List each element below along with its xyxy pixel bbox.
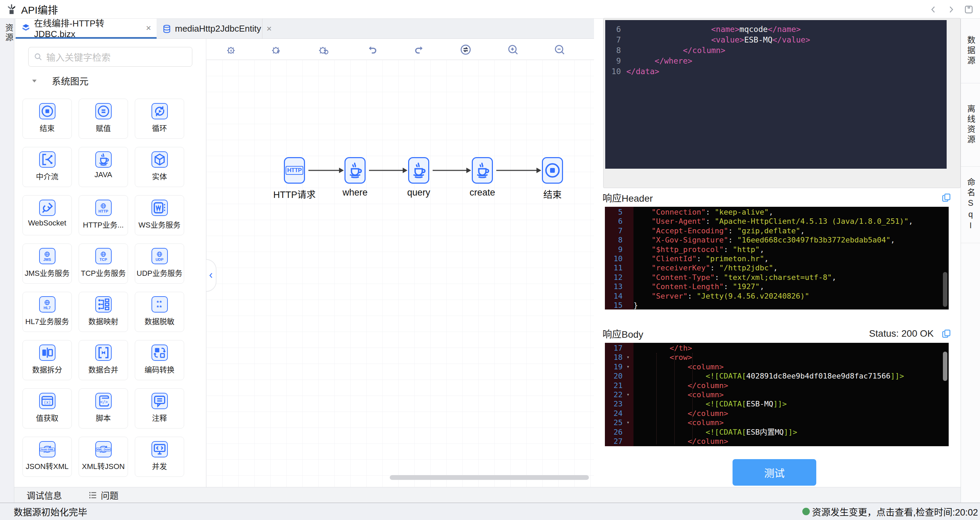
palette-tile[interactable]: 赋值: [79, 98, 128, 139]
resource-change-notice[interactable]: 资源发生变更，点击查看,检查时间:20:02: [802, 505, 978, 518]
palette-tile-icon: UDP: [151, 248, 168, 264]
palette-tile[interactable]: JMS JMS业务服务: [22, 244, 72, 284]
code-line: 19▾<column>: [605, 362, 949, 371]
tab-datasource[interactable]: 数据源: [961, 19, 980, 83]
app-logo-icon: [5, 3, 18, 15]
flow-node-2[interactable]: [408, 157, 429, 184]
green-dot-icon: [802, 508, 810, 515]
code-line: 8"X-Gov-Signature": "16eed668cc30497fb3b…: [605, 235, 949, 244]
search-placeholder: 输入关键字检索: [46, 50, 111, 63]
tab-issues[interactable]: 问题: [88, 489, 118, 501]
response-xml-code[interactable]: 6<name>mqcode</name>7<value>ESB-MQ</valu…: [605, 20, 947, 169]
database-icon: [162, 24, 172, 34]
palette-tile-label: 结束: [40, 122, 54, 133]
palette-tile[interactable]: XML-Json XML转JSON: [79, 437, 128, 477]
palette-tile-icon: [151, 441, 168, 457]
palette-tile-icon: TCP: [95, 248, 111, 264]
palette-tile[interactable]: 数据拆分: [22, 340, 72, 380]
palette-collapse-handle[interactable]: [206, 259, 216, 292]
copy-icon[interactable]: [941, 328, 951, 339]
search-input[interactable]: 输入关键字检索: [28, 47, 192, 67]
close-icon[interactable]: ×: [267, 24, 272, 34]
palette-tile[interactable]: 数据合并: [79, 340, 128, 380]
debug-run-icon[interactable]: [225, 43, 238, 56]
flow-node-label: HTTP请求: [260, 187, 328, 201]
copy-icon[interactable]: [941, 192, 951, 203]
palette-tile[interactable]: 中介流: [22, 147, 72, 187]
zoom-in-icon[interactable]: [506, 43, 519, 56]
scrollbar-thumb[interactable]: [943, 352, 947, 381]
palette-tile[interactable]: 注释: [135, 388, 184, 428]
list-icon: [88, 490, 97, 500]
palette-tile[interactable]: JAVA: [79, 147, 128, 187]
flow-node-3[interactable]: [472, 157, 493, 184]
flow-node-4[interactable]: [542, 157, 563, 184]
palette-tile-label: JMS业务服务: [24, 267, 70, 278]
undo-icon[interactable]: [366, 43, 379, 56]
palette-tile[interactable]: Json-XML JSON转XML: [22, 437, 72, 477]
palette-tile[interactable]: 循环: [135, 98, 184, 139]
palette-section-header[interactable]: 系统图元: [31, 74, 89, 87]
tab-media-entity[interactable]: mediaHttp2JdbcEntity ×: [157, 19, 262, 39]
code-line: 10"ClientId": "primeton.hr",: [605, 254, 949, 263]
palette-tile-icon: [151, 344, 168, 361]
palette-tile[interactable]: 并发: [135, 437, 184, 477]
code-line: 6<name>mqcode</name>: [605, 24, 947, 35]
palette-tile-label: JAVA: [95, 170, 112, 179]
zoom-out-icon[interactable]: [553, 43, 566, 56]
palette-tile-label: HTTP业务...: [83, 219, 124, 230]
code-line: 12"Content-Type": "text/xml;charset=utf-…: [605, 273, 949, 282]
code-line: 9</where>: [605, 56, 947, 66]
canvas-grid[interactable]: [206, 60, 594, 487]
flow-node-1[interactable]: [344, 157, 366, 184]
canvas-horizontal-scrollbar[interactable]: [390, 475, 589, 480]
palette-tile-icon: [151, 103, 168, 119]
palette-tile-label: UDP业务服务: [137, 267, 182, 278]
tab-offline-resource[interactable]: 离线资源: [961, 83, 980, 166]
palette-tile-label: 数据合并: [88, 363, 118, 374]
redo-icon[interactable]: [413, 43, 426, 56]
palette-tile-icon: [151, 393, 168, 409]
tab-label: 在线编排-HTTP转JDBC.bizx: [34, 16, 141, 40]
debug-restart-icon[interactable]: [317, 43, 330, 56]
resource-rail-label[interactable]: 资源: [3, 24, 14, 43]
palette-tile[interactable]: 结束: [22, 98, 72, 139]
code-line: 25▾<column>: [605, 418, 949, 427]
palette-tile-label: 编码转换: [144, 363, 174, 374]
palette-tile[interactable]: HTTP HTTP业务...: [79, 195, 128, 235]
palette-tile-label: 数据拆分: [32, 363, 62, 374]
code-line: 8</column>: [605, 45, 947, 56]
palette-tile[interactable]: UDP UDP业务服务: [135, 244, 184, 284]
switch-icon[interactable]: [459, 43, 472, 56]
header-action-icon[interactable]: [946, 5, 956, 14]
tab-named-sql[interactable]: 命名Sql: [961, 166, 980, 243]
palette-tile-grid: 结束 赋值 循环 中介流 JAVA 实体: [22, 98, 198, 477]
header-action-icon[interactable]: [928, 5, 939, 14]
flow-canvas[interactable]: HTTPHTTP请求wherequerycreate结束: [206, 39, 594, 487]
tab-online-orchestration[interactable]: 在线编排-HTTP转JDBC.bizx ×: [16, 19, 157, 39]
test-button[interactable]: 测试: [733, 459, 816, 486]
palette-tile[interactable]: 编码转换: [135, 340, 184, 380]
palette-tile[interactable]: HL7 HL7业务服务: [22, 292, 72, 332]
header-action-icon[interactable]: [964, 5, 974, 14]
palette-tile[interactable]: WebSocket: [22, 195, 72, 235]
code-line: 6"User-Agent": "Apache-HttpClient/4.5.13…: [605, 217, 949, 226]
palette-tile[interactable]: 实体: [135, 147, 184, 187]
response-header-code[interactable]: 5"Connection": "keep-alive",6"User-Agent…: [605, 207, 949, 309]
flow-node-0[interactable]: HTTP: [284, 157, 305, 184]
palette-tile[interactable]: WS业务服务: [135, 195, 184, 235]
tab-debug-info[interactable]: 调试信息: [27, 489, 62, 501]
palette-tile[interactable]: </> 脚本: [79, 388, 128, 428]
palette-tile[interactable]: 数据映射: [79, 292, 128, 332]
debug-start-icon[interactable]: [270, 43, 283, 56]
code-line: 22▾<column>: [605, 390, 949, 399]
scrollbar-thumb[interactable]: [943, 272, 947, 307]
response-body-code[interactable]: 17</th>18▾<row>19▾<column>20<![CDATA[402…: [605, 343, 949, 446]
palette-tile[interactable]: (x) 值获取: [22, 388, 72, 428]
palette-tile[interactable]: TCP TCP业务服务: [79, 244, 128, 284]
close-icon[interactable]: ×: [146, 23, 151, 33]
palette-tile-label: 值获取: [36, 412, 58, 423]
app-header: API编排: [0, 0, 980, 19]
palette-tile[interactable]: **** 数据脱敏: [135, 292, 184, 332]
palette-tile-icon: [95, 296, 111, 312]
